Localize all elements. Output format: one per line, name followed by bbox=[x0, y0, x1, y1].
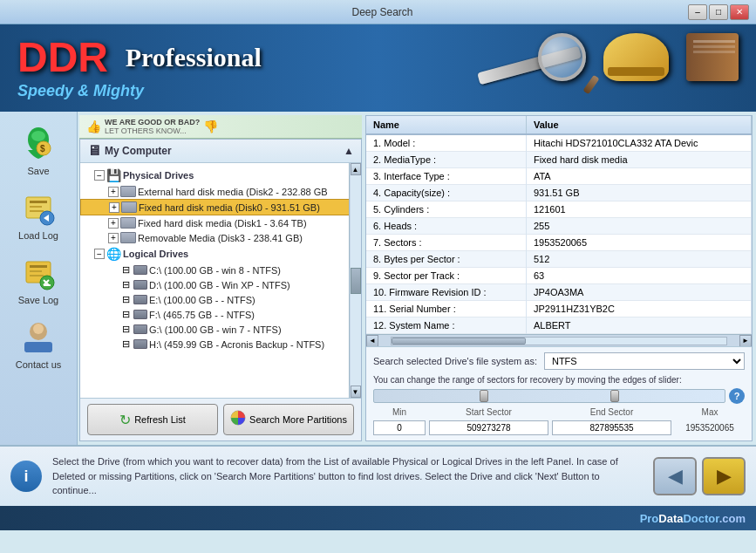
svg-text:$: $ bbox=[40, 144, 45, 154]
h-scroll-left[interactable]: ◄ bbox=[366, 335, 378, 347]
tree-item[interactable]: + External hard disk media (Disk2 - 232.… bbox=[80, 184, 361, 199]
property-row: 1. Model :Hitachi HDS721010CLA332 ATA De… bbox=[366, 134, 752, 152]
max-value: 1953520065 bbox=[675, 423, 745, 433]
slider-left-thumb[interactable] bbox=[480, 390, 488, 402]
search-options: Search selected Drive's file system as: … bbox=[366, 346, 752, 440]
property-value: JP2911HZ31YB2C bbox=[526, 301, 751, 317]
contact-label: Contact us bbox=[16, 359, 62, 370]
logical-drive-d[interactable]: ⊟ D:\ (100.00 GB - Win XP - NTFS) bbox=[80, 277, 361, 292]
footer-brand: ProDataDoctor.com bbox=[640, 512, 746, 525]
brand-blue: Pro bbox=[640, 512, 659, 525]
property-value: 512 bbox=[526, 251, 751, 268]
save-log-button[interactable]: Save Log bbox=[3, 248, 73, 309]
tree-scrollbar[interactable]: ▲ ▼ bbox=[349, 163, 361, 398]
property-value: 255 bbox=[526, 218, 751, 235]
expand-logical[interactable]: − bbox=[94, 249, 105, 259]
svg-rect-10 bbox=[30, 265, 47, 268]
load-log-icon bbox=[17, 187, 59, 229]
svg-point-15 bbox=[33, 324, 44, 334]
close-button[interactable]: ✕ bbox=[730, 4, 749, 20]
svg-point-1 bbox=[31, 131, 45, 141]
drive-d-label: D:\ (100.00 GB - Win XP - NTFS) bbox=[149, 280, 290, 290]
sector-slider[interactable] bbox=[373, 389, 725, 403]
h-scroll-thumb[interactable] bbox=[392, 338, 526, 345]
feedback-bar: 👍 WE ARE GOOD OR BAD? LET OTHERS KNOW...… bbox=[79, 115, 362, 139]
expand-disk1[interactable]: + bbox=[108, 218, 119, 229]
hdd-icon bbox=[120, 232, 136, 243]
save-log-icon bbox=[17, 251, 59, 293]
help-button[interactable]: ? bbox=[729, 388, 745, 404]
expand-disk0[interactable]: + bbox=[109, 202, 119, 213]
minimize-button[interactable]: – bbox=[688, 4, 707, 20]
physical-drives-label: Physical Drives bbox=[123, 170, 194, 181]
h-scroll-track[interactable] bbox=[391, 337, 727, 345]
expand-disk3[interactable]: + bbox=[108, 233, 119, 243]
tree-item-selected[interactable]: + Fixed hard disk media (Disk0 - 931.51 … bbox=[80, 199, 361, 215]
logical-drive-h[interactable]: ⊟ H:\ (459.99 GB - Acronis Backup - NTFS… bbox=[80, 337, 361, 352]
drive-e-icon: ⊟ bbox=[122, 294, 130, 305]
bottom-buttons: ↻ Refresh List Search More Partitions bbox=[80, 398, 361, 440]
end-sector-input[interactable] bbox=[552, 420, 671, 435]
info-icon: i bbox=[10, 461, 42, 492]
filesystem-dropdown[interactable]: NTFS bbox=[544, 352, 745, 370]
logical-drive-g[interactable]: ⊟ G:\ (100.00 GB - win 7 - NTFS) bbox=[80, 322, 361, 337]
sector-values: Min Start Sector End Sector Max 19535200… bbox=[373, 407, 745, 435]
drive-h-icon: ⊟ bbox=[122, 338, 130, 350]
property-row: 3. Interface Type :ATA bbox=[366, 168, 752, 185]
property-name: 2. MediaType : bbox=[366, 152, 526, 168]
start-sector-input[interactable] bbox=[429, 420, 548, 435]
property-name: 6. Heads : bbox=[366, 218, 526, 235]
svg-rect-11 bbox=[30, 270, 42, 272]
drive-c-icon: ⊟ bbox=[122, 264, 130, 276]
property-row: 9. Sector per Track :63 bbox=[366, 268, 752, 284]
info-bar: i Select the Drive (from which you want … bbox=[0, 445, 756, 506]
search-partitions-button[interactable]: Search More Partitions bbox=[223, 404, 354, 435]
col-name-header: Name bbox=[366, 116, 526, 134]
load-log-button[interactable]: Load Log bbox=[3, 183, 73, 244]
tree-item[interactable]: + Removable Media (Disk3 - 238.41 GB) bbox=[80, 230, 361, 245]
disk2-label: External hard disk media (Disk2 - 232.88… bbox=[138, 187, 328, 197]
footer-bar: ProDataDoctor.com bbox=[0, 506, 756, 530]
tree-scroll-up[interactable]: ▲ bbox=[344, 145, 354, 157]
back-button[interactable]: ◀ bbox=[653, 457, 697, 495]
property-value: 121601 bbox=[526, 201, 751, 218]
computer-icon: 🖥 bbox=[87, 143, 101, 159]
brand-blue2: Doctor bbox=[683, 512, 719, 525]
window-title: Deep Search bbox=[77, 6, 688, 18]
property-row: 5. Cylinders :121601 bbox=[366, 201, 752, 218]
expand-disk2[interactable]: + bbox=[108, 187, 119, 197]
logical-drive-f[interactable]: ⊟ F:\ (465.75 GB - - NTFS) bbox=[80, 307, 361, 322]
refresh-label: Refresh List bbox=[134, 414, 186, 425]
h-scroll-right[interactable]: ► bbox=[739, 335, 752, 347]
svg-rect-16 bbox=[24, 342, 52, 352]
drive-g-icon: ⊟ bbox=[122, 324, 130, 335]
info-text: Select the Drive (from which you want to… bbox=[52, 454, 643, 498]
tree-area[interactable]: − 💾 Physical Drives + External hard disk… bbox=[80, 163, 361, 398]
feedback-text: WE ARE GOOD OR BAD? bbox=[105, 118, 200, 126]
globe-icon: 🌐 bbox=[106, 247, 121, 261]
header-decorations bbox=[538, 33, 739, 81]
expand-physical[interactable]: − bbox=[94, 170, 105, 181]
scroll-up-arrow[interactable]: ▲ bbox=[351, 163, 361, 175]
header-banner: DDR Professional Speedy & Mighty bbox=[0, 24, 756, 112]
logical-drive-c[interactable]: ⊟ C:\ (100.00 GB - win 8 - NTFS) bbox=[80, 263, 361, 277]
scroll-thumb[interactable] bbox=[351, 268, 361, 294]
maximize-button[interactable]: □ bbox=[709, 4, 728, 20]
center-panel: 👍 WE ARE GOOD OR BAD? LET OTHERS KNOW...… bbox=[79, 115, 362, 441]
disk1-label: Fixed hard disk media (Disk1 - 3.64 TB) bbox=[138, 218, 307, 229]
min-value[interactable] bbox=[373, 420, 426, 435]
hdd-icon bbox=[120, 186, 136, 197]
logical-drive-e[interactable]: ⊟ E:\ (100.00 GB - - NTFS) bbox=[80, 292, 361, 307]
tree-item[interactable]: + Fixed hard disk media (Disk1 - 3.64 TB… bbox=[80, 215, 361, 230]
right-panel: Name Value 1. Model :Hitachi HDS721010CL… bbox=[365, 115, 753, 441]
save-button[interactable]: $ Save bbox=[3, 119, 73, 180]
property-name: 9. Sector per Track : bbox=[366, 268, 526, 284]
horizontal-scrollbar[interactable]: ◄ ► bbox=[366, 334, 752, 346]
property-value: ALBERT bbox=[526, 317, 751, 334]
refresh-list-button[interactable]: ↻ Refresh List bbox=[87, 404, 218, 435]
scroll-down-arrow[interactable]: ▼ bbox=[351, 386, 361, 398]
magnifier-icon bbox=[538, 33, 586, 81]
contact-us-button[interactable]: Contact us bbox=[3, 312, 73, 373]
next-button[interactable]: ▶ bbox=[702, 457, 746, 495]
slider-right-thumb[interactable] bbox=[610, 390, 619, 402]
